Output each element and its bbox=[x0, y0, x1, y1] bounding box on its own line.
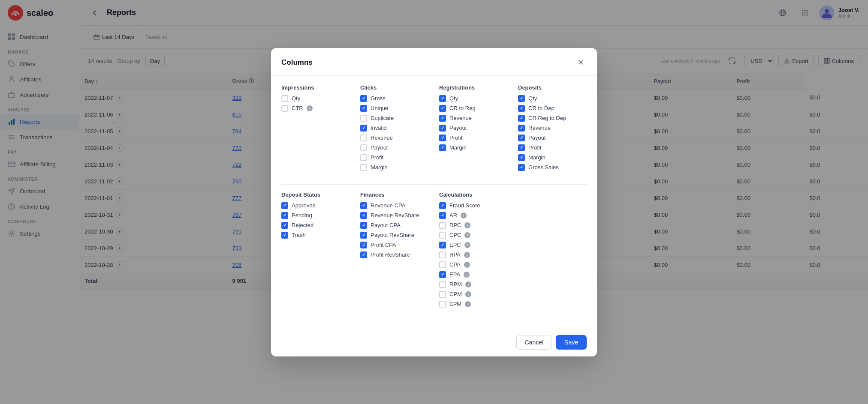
cb-dep-qty[interactable] bbox=[518, 95, 525, 102]
cb-revenue-revshare[interactable] bbox=[360, 212, 367, 219]
epm-info-icon[interactable]: i bbox=[465, 301, 471, 307]
cb-reg-qty[interactable] bbox=[439, 95, 446, 102]
cb-reg-revenue-label: Revenue bbox=[449, 115, 472, 121]
cb-rejected[interactable] bbox=[281, 222, 288, 229]
cb-reg-margin[interactable] bbox=[439, 144, 446, 151]
cb-cr-to-dep-label: CR to Dep bbox=[528, 105, 555, 111]
cb-reg-profit[interactable] bbox=[439, 135, 446, 141]
rpm-info-icon[interactable]: i bbox=[465, 281, 471, 287]
rpa-info-icon[interactable]: i bbox=[464, 252, 470, 258]
checkbox-qty-impressions: Qty bbox=[281, 95, 350, 102]
cb-pending-label: Pending bbox=[292, 212, 312, 218]
cb-dep-margin-label: Margin bbox=[528, 154, 546, 161]
cb-payout-cpa[interactable] bbox=[360, 222, 367, 229]
ar-info-icon[interactable]: i bbox=[461, 212, 467, 218]
cpm-info-icon[interactable]: i bbox=[465, 291, 471, 297]
rpc-info-icon[interactable]: i bbox=[464, 222, 470, 228]
modal-header: Columns ✕ bbox=[271, 48, 597, 76]
cb-epc[interactable] bbox=[439, 242, 446, 248]
modal-close-button[interactable]: ✕ bbox=[575, 57, 587, 69]
cb-duplicate[interactable] bbox=[360, 115, 367, 122]
cb-unique[interactable] bbox=[360, 105, 367, 112]
cb-invalid-label: Invalid bbox=[371, 125, 387, 131]
cb-payout-revshare-label: Payout RevShare bbox=[371, 232, 414, 238]
cb-profit-revshare[interactable] bbox=[360, 251, 367, 258]
finances-title: Finances bbox=[360, 192, 429, 198]
cb-fraud-score[interactable] bbox=[439, 202, 446, 209]
cb-clicks-profit[interactable] bbox=[360, 154, 367, 161]
modal-footer: Cancel Save bbox=[271, 328, 597, 356]
cb-epa[interactable] bbox=[439, 271, 446, 278]
cb-gross-sales[interactable] bbox=[518, 164, 525, 171]
ctr-info-icon[interactable]: i bbox=[307, 105, 313, 111]
cb-clicks-margin[interactable] bbox=[360, 164, 367, 171]
top-columns-grid: Impressions Qty CTR i Clicks bbox=[281, 84, 587, 183]
section-divider bbox=[281, 184, 587, 185]
cb-trash-label: Trash bbox=[292, 232, 306, 238]
cpc-info-icon[interactable]: i bbox=[464, 232, 470, 238]
deposits-group: Deposits Qty CR to Dep CR Reg to Dep Rev… bbox=[518, 84, 587, 174]
cb-qty-impressions[interactable] bbox=[281, 95, 288, 102]
empty-column bbox=[518, 192, 587, 319]
cb-cpm[interactable] bbox=[439, 291, 446, 298]
cb-cr-to-reg[interactable] bbox=[439, 105, 446, 112]
cb-ctr-label: CTR bbox=[292, 105, 303, 111]
deposits-title: Deposits bbox=[518, 84, 587, 91]
cb-cpa[interactable] bbox=[439, 261, 446, 268]
lower-columns-grid: Deposit Status Approved Pending Rejected… bbox=[281, 192, 587, 319]
modal-title: Columns bbox=[281, 58, 313, 67]
cb-revenue-cpa[interactable] bbox=[360, 202, 367, 209]
cb-cpm-label: CPM bbox=[449, 291, 462, 297]
cb-cr-reg-to-dep[interactable] bbox=[518, 115, 525, 122]
cb-reg-revenue[interactable] bbox=[439, 115, 446, 122]
checkbox-ctr: CTR i bbox=[281, 105, 350, 112]
save-button[interactable]: Save bbox=[556, 335, 587, 350]
impressions-title: Impressions bbox=[281, 84, 350, 91]
cb-dep-payout[interactable] bbox=[518, 135, 525, 141]
cb-cr-reg-to-dep-label: CR Reg to Dep bbox=[528, 115, 566, 121]
cpa-info-icon[interactable]: i bbox=[464, 262, 470, 268]
registrations-title: Registrations bbox=[439, 84, 508, 91]
cb-gross[interactable] bbox=[360, 95, 367, 102]
cb-ar[interactable] bbox=[439, 212, 446, 219]
cb-clicks-payout[interactable] bbox=[360, 144, 367, 151]
cb-pending[interactable] bbox=[281, 212, 288, 219]
calculations-group: Calculations Fraud Score ARi RPCi CPCi E… bbox=[439, 192, 508, 311]
cb-approved-label: Approved bbox=[292, 202, 316, 209]
cb-profit-revshare-label: Profit RevShare bbox=[371, 251, 410, 258]
cb-dep-margin[interactable] bbox=[518, 154, 525, 161]
cb-dep-revenue[interactable] bbox=[518, 125, 525, 132]
epc-info-icon[interactable]: i bbox=[464, 242, 470, 248]
cb-duplicate-label: Duplicate bbox=[371, 115, 394, 121]
cb-rpc[interactable] bbox=[439, 222, 446, 229]
cb-cpc[interactable] bbox=[439, 232, 446, 239]
cancel-button[interactable]: Cancel bbox=[516, 335, 552, 350]
cb-epm[interactable] bbox=[439, 301, 446, 308]
cb-profit-cpa[interactable] bbox=[360, 242, 367, 248]
cb-rejected-label: Rejected bbox=[292, 222, 313, 228]
epa-info-icon[interactable]: i bbox=[464, 272, 470, 278]
cb-epm-label: EPM bbox=[449, 301, 461, 307]
cb-cr-to-reg-label: CR to Reg bbox=[449, 105, 476, 111]
cb-approved[interactable] bbox=[281, 202, 288, 209]
app-layout: scaleo Dashboard MANAGE Offers bbox=[0, 0, 868, 404]
cb-reg-payout[interactable] bbox=[439, 125, 446, 132]
cb-unique-label: Unique bbox=[371, 105, 388, 111]
cb-profit-cpa-label: Profit CPA bbox=[371, 242, 396, 248]
cb-dep-profit[interactable] bbox=[518, 144, 525, 151]
cb-clicks-profit-label: Profit bbox=[371, 154, 383, 161]
cb-rpm-label: RPM bbox=[449, 281, 462, 287]
cb-rpm[interactable] bbox=[439, 281, 446, 288]
calculations-title: Calculations bbox=[439, 192, 508, 198]
cb-clicks-revenue[interactable] bbox=[360, 135, 367, 141]
cb-trash[interactable] bbox=[281, 232, 288, 239]
cb-invalid[interactable] bbox=[360, 125, 367, 132]
cb-clicks-payout-label: Payout bbox=[371, 144, 388, 151]
cb-rpa[interactable] bbox=[439, 251, 446, 258]
cb-cr-to-dep[interactable] bbox=[518, 105, 525, 112]
modal-overlay[interactable]: Columns ✕ Impressions Qty CTR bbox=[0, 0, 868, 404]
clicks-title: Clicks bbox=[360, 84, 429, 91]
cb-ctr[interactable] bbox=[281, 105, 288, 112]
cb-payout-revshare[interactable] bbox=[360, 232, 367, 239]
cb-dep-profit-label: Profit bbox=[528, 144, 541, 151]
